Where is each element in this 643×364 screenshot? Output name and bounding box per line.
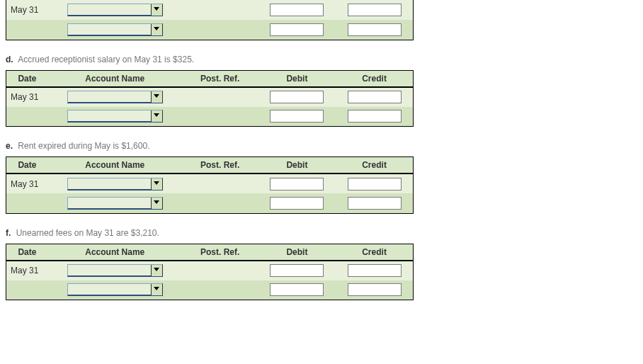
credit-input[interactable] [348, 23, 402, 36]
header-date: Date [6, 244, 48, 261]
debit-input[interactable] [270, 197, 324, 210]
debit-input[interactable] [270, 264, 324, 277]
header-debit: Debit [258, 244, 336, 261]
credit-input[interactable] [348, 264, 402, 277]
header-credit: Credit [336, 70, 413, 87]
journal-table-e: Date Account Name Post. Ref. Debit Credi… [6, 157, 414, 214]
account-name-select[interactable] [67, 197, 163, 210]
credit-input[interactable] [348, 197, 402, 210]
chevron-down-icon [151, 178, 162, 190]
journal-row: May 31 [6, 87, 414, 107]
svg-marker-7 [154, 287, 159, 290]
header-credit: Credit [336, 157, 413, 174]
journal-row [6, 193, 414, 213]
prompt-text: Unearned fees on May 31 are $3,210. [16, 228, 159, 238]
journal-row [6, 280, 414, 300]
chevron-down-icon [151, 265, 162, 276]
account-name-select[interactable] [67, 4, 163, 16]
journal-row [6, 20, 414, 40]
postref-cell [182, 0, 258, 20]
header-account: Account Name [48, 244, 182, 261]
header-account: Account Name [48, 157, 182, 174]
chevron-down-icon [151, 91, 162, 103]
postref-cell [182, 261, 258, 280]
svg-marker-2 [154, 94, 159, 98]
svg-marker-0 [154, 7, 159, 11]
header-account: Account Name [48, 70, 182, 87]
prompt-f: f. Unearned fees on May 31 are $3,210. [6, 227, 412, 239]
debit-input[interactable] [270, 283, 324, 296]
date-cell: May 31 [6, 0, 48, 20]
prompt-e: e. Rent expired during May is $1,600. [6, 140, 412, 152]
account-name-select[interactable] [67, 264, 163, 277]
journal-table-fragment: May 31 [6, 0, 414, 40]
prompt-letter: d. [6, 55, 13, 64]
prompt-d: d. Accrued receptionist salary on May 31… [6, 53, 412, 66]
account-name-select[interactable] [67, 283, 163, 296]
postref-cell [182, 87, 258, 107]
svg-marker-1 [154, 27, 159, 30]
journal-row: May 31 [6, 0, 414, 20]
credit-input[interactable] [348, 91, 402, 103]
date-cell: May 31 [6, 261, 48, 280]
credit-input[interactable] [348, 283, 402, 296]
prompt-text: Accrued receptionist salary on May 31 is… [18, 55, 194, 64]
prompt-text: Rent expired during May is $1,600. [18, 141, 149, 151]
account-name-select[interactable] [67, 91, 163, 103]
header-date: Date [6, 157, 48, 174]
svg-marker-4 [154, 181, 159, 185]
header-debit: Debit [258, 70, 336, 87]
journal-table-d: Date Account Name Post. Ref. Debit Credi… [6, 70, 414, 127]
svg-marker-3 [154, 113, 159, 117]
credit-input[interactable] [348, 110, 402, 123]
postref-cell [182, 174, 258, 193]
journal-table-f: Date Account Name Post. Ref. Debit Credi… [6, 244, 414, 301]
date-cell: May 31 [6, 87, 48, 107]
journal-row [6, 107, 414, 127]
svg-marker-5 [154, 200, 159, 204]
header-debit: Debit [258, 157, 336, 174]
chevron-down-icon [151, 4, 162, 16]
header-postref: Post. Ref. [182, 244, 258, 261]
date-cell: May 31 [6, 174, 48, 193]
chevron-down-icon [151, 24, 162, 35]
journal-row: May 31 [6, 261, 414, 280]
chevron-down-icon [151, 198, 162, 209]
header-date: Date [6, 70, 48, 87]
prompt-letter: f. [6, 228, 11, 238]
table-header-row: Date Account Name Post. Ref. Debit Credi… [6, 157, 414, 174]
prompt-letter: e. [6, 141, 13, 151]
chevron-down-icon [151, 110, 162, 122]
debit-input[interactable] [270, 23, 324, 36]
credit-input[interactable] [348, 4, 402, 16]
table-header-row: Date Account Name Post. Ref. Debit Credi… [6, 70, 414, 87]
account-name-select[interactable] [67, 23, 163, 36]
debit-input[interactable] [270, 110, 324, 123]
credit-input[interactable] [348, 178, 402, 190]
header-postref: Post. Ref. [182, 157, 258, 174]
svg-marker-6 [154, 268, 159, 271]
account-name-select[interactable] [67, 178, 163, 190]
debit-input[interactable] [270, 178, 324, 190]
account-name-select[interactable] [67, 110, 163, 123]
debit-input[interactable] [270, 4, 324, 16]
header-credit: Credit [336, 244, 413, 261]
table-header-row: Date Account Name Post. Ref. Debit Credi… [6, 244, 414, 261]
debit-input[interactable] [270, 91, 324, 103]
journal-row: May 31 [6, 174, 414, 193]
chevron-down-icon [151, 284, 162, 295]
header-postref: Post. Ref. [182, 70, 258, 87]
